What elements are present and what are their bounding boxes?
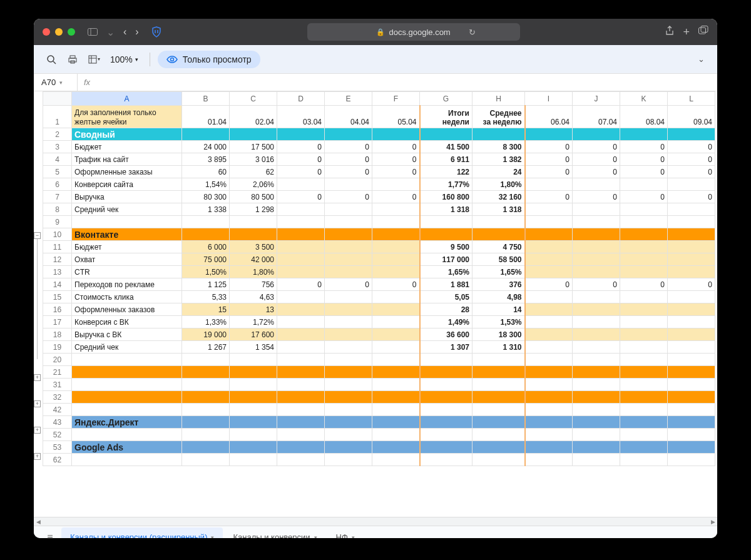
table-row[interactable]: 11Бюджет6 0003 5009 5004 750	[43, 241, 715, 253]
group-toggle[interactable]: −	[34, 232, 41, 239]
col-header[interactable]: L	[668, 92, 715, 106]
col-header[interactable]: E	[325, 92, 372, 106]
table-row[interactable]: 1 Для заполнения только желтые ячейки 01…	[43, 106, 715, 128]
col-header[interactable]: C	[230, 92, 277, 106]
nav-forward[interactable]: ›	[135, 26, 138, 38]
col-header[interactable]: D	[277, 92, 325, 106]
col-header[interactable]: J	[573, 92, 620, 106]
shield-icon[interactable]	[151, 26, 161, 38]
svg-rect-4	[699, 28, 706, 34]
table-row[interactable]: 31	[43, 379, 715, 391]
table-row[interactable]: 19Средний чек1 2671 3541 3071 310	[43, 341, 715, 354]
table-row[interactable]: 18Выручка с ВК19 00017 60036 60018 300	[43, 328, 715, 341]
sheet-tab[interactable]: НФ▾	[327, 527, 364, 538]
sheet-tab[interactable]: Каналы и конверсии (расширенный)▾	[61, 527, 223, 538]
col-header[interactable]: B	[182, 92, 230, 106]
close-window[interactable]	[43, 28, 50, 36]
col-header[interactable]: K	[620, 92, 668, 106]
share-icon[interactable]	[665, 26, 674, 39]
scroll-left-icon[interactable]: ◀	[34, 517, 43, 526]
spreadsheet-grid[interactable]: − + + + + A B C D E F G H I J K	[34, 91, 717, 517]
table-row[interactable]: 13CTR1,50%1,80%1,65%1,65%	[43, 266, 715, 278]
table-row[interactable]: 32	[43, 391, 715, 404]
table-row[interactable]: 62	[43, 454, 715, 466]
svg-rect-9	[69, 58, 76, 62]
zoom-select[interactable]: 100% ▾	[106, 54, 142, 64]
sidebar-icon[interactable]	[88, 27, 98, 37]
lock-icon: 🔒	[376, 28, 385, 36]
col-header-row: A B C D E F G H I J K L	[43, 92, 715, 106]
table-row[interactable]: 12Охват75 00042 000117 00058 500	[43, 253, 715, 266]
collapse-toolbar[interactable]: ⌄	[698, 54, 705, 64]
minimize-window[interactable]	[55, 28, 63, 36]
group-toggle[interactable]: +	[34, 374, 41, 381]
svg-rect-11	[89, 56, 96, 63]
svg-point-6	[48, 56, 54, 62]
table-row[interactable]: 20	[43, 354, 715, 366]
table-row[interactable]: 14Переходов по рекламе1 1257560001 88137…	[43, 278, 715, 291]
sheets-toolbar: ▾ 100% ▾ Только просмотр ⌄	[34, 45, 717, 74]
search-icon[interactable]	[43, 51, 60, 68]
section-header[interactable]: 53Google Ads	[43, 441, 715, 454]
group-toggle[interactable]: +	[34, 453, 41, 460]
maximize-window[interactable]	[68, 28, 75, 36]
group-toggle[interactable]: +	[34, 400, 41, 407]
sheet-tab[interactable]: Каналы и конверсии▾	[224, 527, 325, 538]
scroll-right-icon[interactable]: ▶	[708, 517, 717, 526]
sheet-tabs: ≡ Каналы и конверсии (расширенный)▾ Кана…	[34, 526, 717, 538]
table-row[interactable]: 5Оформленные заказы6062000122240000	[43, 166, 715, 178]
table-row[interactable]: 17Конверсия с ВК1,33%1,72%1,49%1,53%	[43, 316, 715, 328]
nav-back[interactable]: ‹	[123, 26, 126, 38]
grid-table: A B C D E F G H I J K L 1 Для заполнения…	[43, 91, 715, 466]
table-row[interactable]: 52	[43, 429, 715, 441]
filter-icon[interactable]: ▾	[85, 51, 103, 68]
section-header[interactable]: 2Сводный	[43, 128, 715, 141]
section-header[interactable]: 10Вконтакте	[43, 228, 715, 241]
print-icon[interactable]	[64, 51, 81, 68]
table-row[interactable]: 16Оформленных заказов15132814	[43, 303, 715, 316]
group-toggle[interactable]: +	[34, 427, 41, 434]
reload-icon[interactable]: ↻	[469, 28, 476, 37]
table-row[interactable]: 8Средний чек1 3381 2981 3181 318	[43, 203, 715, 216]
view-only-badge[interactable]: Только просмотр	[158, 51, 260, 68]
svg-rect-0	[88, 29, 98, 36]
col-header[interactable]: A	[72, 92, 182, 106]
tabs-icon[interactable]	[698, 26, 708, 39]
table-row[interactable]: 9	[43, 216, 715, 228]
section-header[interactable]: 43Яндекс.Директ	[43, 416, 715, 429]
url-text: docs.google.com	[389, 28, 450, 37]
new-tab-icon[interactable]: +	[683, 26, 690, 39]
titlebar: ⌄ ‹ › 🔒 docs.google.com ↻ +	[34, 19, 717, 45]
chevron-down-icon[interactable]: ⌄	[106, 26, 115, 38]
name-box-bar: A70▾ fx	[34, 74, 717, 91]
h-scrollbar[interactable]: ◀ ▶	[34, 517, 717, 526]
table-row[interactable]: 6Конверсия сайта1,54%2,06%1,77%1,80%	[43, 178, 715, 191]
table-row[interactable]: 15Стоимость клика5,334,635,054,98	[43, 291, 715, 303]
table-row[interactable]: 42	[43, 404, 715, 416]
traffic-lights	[43, 28, 75, 36]
col-header[interactable]: H	[473, 92, 525, 106]
table-row[interactable]: 4Трафик на сайт3 8953 0160006 9111 38200…	[43, 153, 715, 166]
browser-window: ⌄ ‹ › 🔒 docs.google.com ↻ + ▾ 100% ▾ То	[34, 19, 717, 538]
col-header[interactable]: F	[372, 92, 420, 106]
eye-icon	[166, 56, 178, 63]
table-row[interactable]: 21	[43, 366, 715, 379]
name-box[interactable]: A70▾	[34, 74, 78, 91]
svg-rect-5	[701, 26, 708, 32]
address-bar[interactable]: 🔒 docs.google.com ↻	[307, 23, 520, 41]
svg-point-14	[170, 58, 173, 61]
col-header[interactable]: G	[420, 92, 473, 106]
svg-line-7	[53, 61, 56, 64]
all-sheets-menu[interactable]: ≡	[40, 532, 60, 539]
svg-rect-8	[70, 56, 75, 58]
fx-label: fx	[78, 78, 96, 87]
select-all[interactable]	[43, 92, 72, 106]
address-bar-wrap: 🔒 docs.google.com ↻	[174, 23, 653, 41]
col-header[interactable]: I	[525, 92, 573, 106]
table-row[interactable]: 3Бюджет24 00017 50000041 5008 3000000	[43, 141, 715, 153]
table-row[interactable]: 7Выручка80 30080 500000160 80032 1600000	[43, 191, 715, 203]
